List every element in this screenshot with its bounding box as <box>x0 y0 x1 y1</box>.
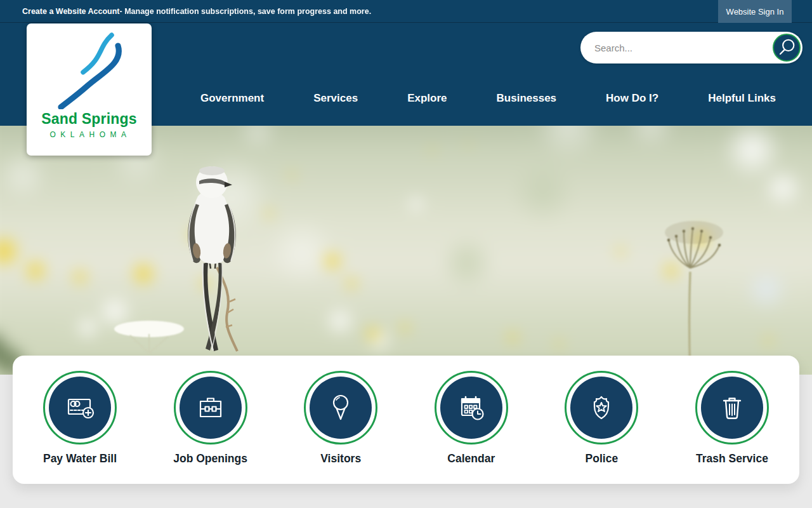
map-pin-icon <box>324 391 357 424</box>
quicklink-visitors[interactable]: Visitors <box>304 371 377 484</box>
trash-can-icon <box>716 391 749 424</box>
main-nav: Government Services Explore Businesses H… <box>200 88 776 109</box>
credit-card-plus-icon <box>63 391 96 424</box>
quicklink-trash-service[interactable]: Trash Service <box>695 371 769 484</box>
quicklink-police[interactable]: Police <box>565 371 638 484</box>
quicklink-circle <box>310 377 372 439</box>
quicklink-label: Job Openings <box>173 452 247 465</box>
quicklink-label: Visitors <box>320 452 361 465</box>
quicklink-calendar[interactable]: Calendar <box>435 371 508 484</box>
quicklink-job-openings[interactable]: Job Openings <box>174 371 247 484</box>
quicklink-circle <box>440 377 502 439</box>
quicklink-ring <box>435 371 508 444</box>
quicklink-label: Police <box>586 452 619 465</box>
search-input[interactable] <box>580 32 768 64</box>
logo-city-name: Sand Springs <box>41 110 137 128</box>
nav-item-helpful-links[interactable]: Helpful Links <box>708 92 776 105</box>
police-badge-icon <box>585 391 618 424</box>
quicklink-pay-water-bill[interactable]: Pay Water Bill <box>43 371 117 484</box>
quicklink-label: Pay Water Bill <box>43 452 117 465</box>
website-sign-in-button[interactable]: Website Sign In <box>718 0 792 23</box>
logo-state-name: OKLAHOMA <box>47 130 131 139</box>
nav-item-explore[interactable]: Explore <box>407 92 447 105</box>
promo-bold-text: Create a Website Account <box>22 7 120 16</box>
sand-springs-swoosh-icon <box>45 30 134 109</box>
search-icon <box>774 35 799 60</box>
quicklink-ring <box>565 371 638 444</box>
quicklink-ring <box>695 371 769 444</box>
page: Create a Website Account - Manage notifi… <box>0 0 812 508</box>
dried-seed-head <box>641 190 742 375</box>
quicklink-label: Calendar <box>447 452 495 465</box>
search-box <box>580 32 802 64</box>
bird-illustration <box>164 161 265 358</box>
nav-item-businesses[interactable]: Businesses <box>497 92 557 105</box>
calendar-clock-icon <box>455 391 488 424</box>
top-bar: Create a Website Account - Manage notifi… <box>0 0 812 23</box>
quicklink-circle <box>570 377 632 439</box>
quicklink-circle <box>49 377 111 439</box>
promo-rest-text: - Manage notification subscriptions, sav… <box>120 7 372 16</box>
hero-photo <box>0 126 812 375</box>
quicklink-circle <box>701 377 763 439</box>
quicklink-ring <box>174 371 247 444</box>
briefcase-icon <box>194 391 227 424</box>
nav-item-how-do-i[interactable]: How Do I? <box>606 92 658 105</box>
quick-links-card: Pay Water Bill Job Openings <box>13 356 799 484</box>
site-logo[interactable]: Sand Springs OKLAHOMA <box>27 23 152 156</box>
quicklink-ring <box>43 371 117 444</box>
quicklink-circle <box>180 377 242 439</box>
nav-item-services[interactable]: Services <box>313 92 358 105</box>
search-button[interactable] <box>773 34 801 62</box>
create-account-link[interactable]: Create a Website Account - Manage notifi… <box>22 0 371 23</box>
quicklink-ring <box>304 371 377 444</box>
quicklink-label: Trash Service <box>696 452 768 465</box>
nav-item-government[interactable]: Government <box>200 92 264 105</box>
